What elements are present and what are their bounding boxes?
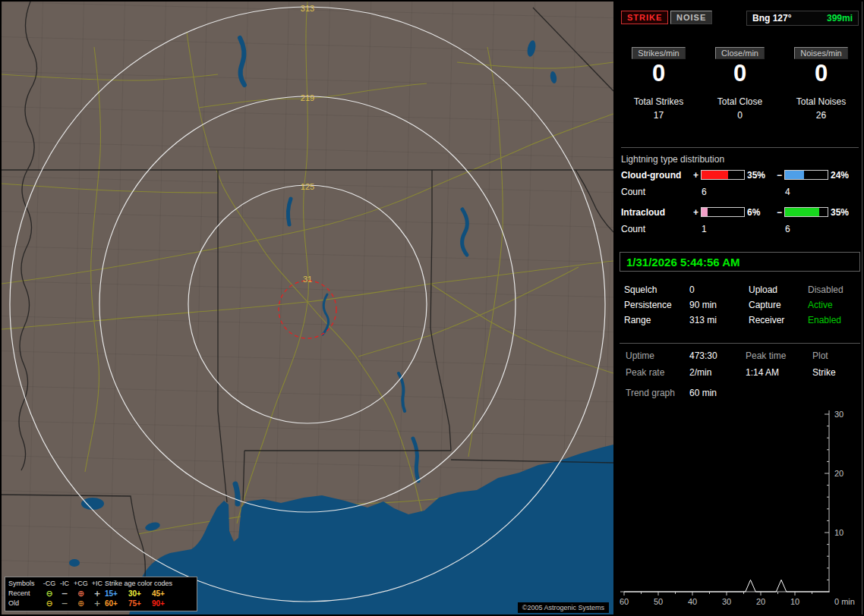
ic-positive-bar-fill [702,208,708,216]
age-code-30: 30+ [128,589,152,599]
neg-ic-old-icon: − [57,599,72,608]
peak-time-value: 1:14 AM [746,368,812,378]
age-code-75: 75+ [128,599,152,608]
total-noises-label: Total Noises [796,96,846,107]
cg-negative-bar-fill [785,171,804,179]
total-noises-value: 26 [816,110,826,121]
total-close-label: Total Close [717,96,762,107]
bearing-label: Bng 127° [752,13,791,24]
trend-graph-label: Trend graph [626,388,689,398]
squelch-value: 0 [689,285,749,295]
ic-negative-count: 6 [774,224,858,234]
noises-rate-value: 0 [815,61,828,85]
ic-positive-count: 1 [691,224,774,234]
pos-cg-old-icon: ⊕ [72,599,90,608]
range-value: 313 mi [689,316,749,325]
neg-cg-recent-icon: ⊖ [42,589,57,599]
noises-counter: Noises/min 0 Total Noises 26 [780,47,862,121]
svg-text:10: 10 [834,528,844,537]
intracloud-label: Intracloud [621,207,691,218]
datetime-value: 1/31/2026 5:44:56 AM [626,256,740,269]
noise-mode-button[interactable]: NOISE [670,11,712,24]
ic-negative-bar [784,207,828,217]
peak-time-label: Peak time [746,351,812,361]
ic-positive-bar [701,207,745,217]
svg-text:0 min: 0 min [834,597,855,606]
age-code-60: 60+ [105,599,128,608]
strike-mode-button[interactable]: STRIKE [621,11,668,24]
receiver-label: Receiver [749,316,808,325]
total-close-value: 0 [737,110,743,121]
neg-cg-old-icon: ⊖ [42,599,57,608]
cloud-ground-count-row: Count 6 4 [621,187,859,197]
cloud-ground-label: Cloud-ground [621,170,691,181]
distribution-title: Lightning type distribution [621,154,859,165]
legend-age-header: Strike age color codes [105,579,194,589]
intracloud-row: Intracloud + 6% − 35% [621,206,859,218]
capture-label: Capture [749,300,808,310]
lightning-map[interactable]: 313 219 125 31 Symbols -CG -IC +CG +IC S… [2,2,613,614]
noises-per-min-button[interactable]: Noises/min [794,47,847,59]
cg-positive-bar [701,170,745,180]
age-code-15: 15+ [105,589,128,599]
legend-symbols-header: Symbols [8,579,42,589]
plus-sign: + [691,207,701,218]
plus-sign: + [691,170,701,181]
legend-row-old-label: Old [8,599,42,608]
strikes-per-min-button[interactable]: Strikes/min [632,47,685,59]
svg-text:40: 40 [688,597,697,606]
strikes-rate-value: 0 [652,61,665,85]
trend-graph-canvas: 1020306050403020100 min [618,407,859,610]
age-code-45: 45+ [152,589,175,599]
ic-positive-pct: 6% [745,207,774,218]
svg-text:60: 60 [620,597,629,606]
session-stats: Uptime 473:30 Peak time Plot Peak rate 2… [620,343,860,398]
status-panel: STRIKE NOISE Bng 127° 399mi Strikes/min … [618,2,862,614]
svg-text:30: 30 [722,597,731,606]
pos-ic-old-icon: + [90,599,105,608]
persistence-value: 90 min [689,300,749,310]
capture-status: Active [808,300,860,310]
svg-text:30: 30 [834,410,844,419]
bearing-readout: Bng 127° 399mi [746,11,859,26]
cloud-ground-row: Cloud-ground + 35% − 24% [621,169,859,181]
ring-label-313: 313 [301,4,314,13]
ring-label-31: 31 [303,275,312,284]
trend-graph-value: 60 min [689,388,717,398]
uptime-label: Uptime [626,351,689,361]
minus-sign: − [774,207,784,218]
svg-text:20: 20 [834,469,844,478]
svg-text:20: 20 [756,597,765,606]
cg-positive-bar-fill [702,171,728,179]
trend-graph-setting: Trend graph 60 min [626,388,860,398]
pos-cg-recent-icon: ⊕ [72,589,90,599]
rate-counters: Strikes/min 0 Total Strikes 17 Close/min… [618,47,862,121]
total-strikes-label: Total Strikes [634,96,683,107]
cg-negative-count: 4 [774,187,858,197]
ring-label-219: 219 [301,93,314,102]
age-code-90: 90+ [152,599,175,608]
upload-status: Disabled [808,285,860,295]
squelch-label: Squelch [624,285,689,295]
datetime-display: 1/31/2026 5:44:56 AM [620,252,860,272]
intracloud-count-row: Count 1 6 [621,224,859,234]
total-strikes-value: 17 [654,110,664,121]
legend-col-pos-ic: +IC [90,579,105,589]
plot-label: Plot [812,351,860,361]
bearing-range-value: 399mi [827,13,853,24]
symbol-legend: Symbols -CG -IC +CG +IC Strike age color… [5,577,197,611]
trend-graph: 1020306050403020100 min [618,407,862,613]
cg-positive-count: 6 [691,187,774,197]
receiver-settings: Squelch 0 Upload Disabled Persistence 90… [624,285,860,325]
ring-label-125: 125 [301,182,314,191]
cg-negative-bar [784,170,828,180]
minus-sign: − [774,170,784,181]
legend-row-recent-label: Recent [8,589,42,599]
cg-positive-pct: 35% [745,170,774,181]
legend-col-neg-cg: -CG [42,579,57,589]
close-per-min-button[interactable]: Close/min [715,47,765,59]
neg-ic-recent-icon: − [57,589,72,599]
count-label: Count [621,224,691,234]
close-counter: Close/min 0 Total Close 0 [699,47,780,121]
upload-label: Upload [749,285,808,295]
